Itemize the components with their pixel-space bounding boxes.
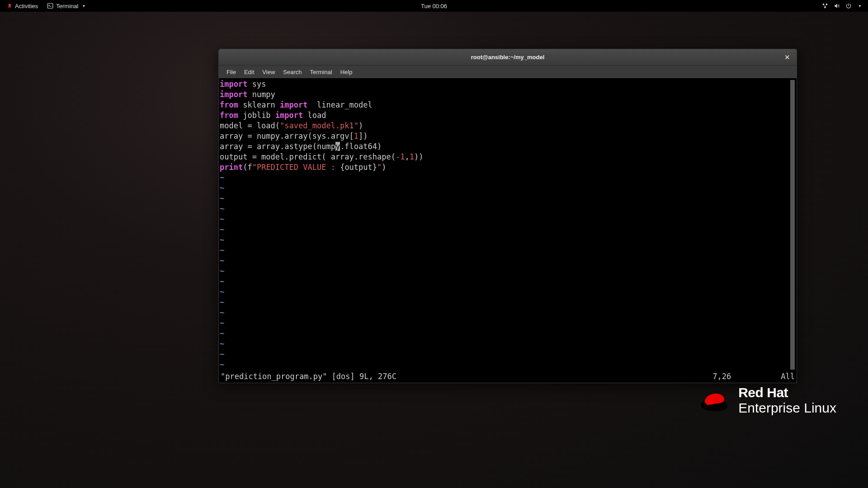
vim-tilde: ~ [220,225,224,234]
terminal-window: root@ansible:~/my_model ✕ File Edit View… [218,49,797,383]
code-keyword: from [220,111,238,120]
redhat-branding: Red Hat Enterprise Linux [698,385,836,416]
close-button[interactable]: ✕ [782,52,792,62]
chevron-down-icon: ▼ [82,4,85,8]
code-string: " [377,163,382,172]
code-text: model = load( [220,121,280,130]
vim-tilde: ~ [220,329,224,338]
code-text: output = model.predict( array.reshape( [220,152,396,161]
terminal-body[interactable]: import sys import numpy from sklearn imp… [219,78,797,371]
code-text: , [405,152,409,161]
code-keyword: from [220,100,238,109]
terminal-scrollbar[interactable] [790,80,795,370]
code-text: ) [359,121,363,130]
vim-tilde: ~ [220,277,224,286]
menu-search[interactable]: Search [279,67,306,77]
vim-tilde: ~ [220,339,224,348]
vim-tilde: ~ [220,204,224,213]
code-text: numpy [247,90,275,99]
vim-tilde: ~ [220,360,224,369]
redhat-line2: Enterprise Linux [738,400,836,416]
code-text: {output} [340,163,377,172]
code-text: ]) [359,131,368,141]
window-title: root@ansible:~/my_model [471,54,545,61]
vim-tilde: ~ [220,287,224,296]
code-string: "saved_model.pk1" [280,121,359,130]
redhat-text: Red Hat Enterprise Linux [738,385,836,416]
svg-rect-0 [47,4,53,9]
vim-status-position: 7,26 [712,371,731,382]
app-menu-label: Terminal [56,3,78,9]
vim-tilde: ~ [220,267,224,276]
code-text: array = numpy.array(sys.argv[ [220,131,354,141]
vim-tilde: ~ [220,194,224,203]
code-keyword: import [220,90,247,99]
menu-file[interactable]: File [222,67,240,77]
system-tray[interactable]: ▼ [822,3,865,9]
vim-tilde: ~ [220,173,224,182]
terminal-menubar: File Edit View Search Terminal Help [219,66,797,78]
power-icon [845,3,852,9]
vim-tilde: ~ [220,319,224,328]
code-text: sklearn [238,100,280,109]
gnome-topbar: Activities Terminal ▼ Tue 00:06 ▼ [0,0,868,12]
code-string: "PREDICTED VALUE : [252,163,340,172]
vim-tilde: ~ [220,298,224,307]
menu-terminal[interactable]: Terminal [306,67,336,77]
volume-icon [834,3,840,9]
vim-tilde: ~ [220,183,224,192]
code-number: 1 [410,152,414,161]
menu-edit[interactable]: Edit [240,67,258,77]
close-icon: ✕ [784,53,790,61]
code-number: -1 [396,152,405,161]
code-number: 1 [354,131,359,141]
fedora-icon [6,3,13,9]
vim-status-line: "prediction_program.py" [dos] 9L, 276C 7… [219,371,797,383]
code-keyword: import [275,111,303,120]
vim-tilde: ~ [220,235,224,244]
app-menu[interactable]: Terminal ▼ [43,2,89,10]
vim-tilde: ~ [220,308,224,317]
code-keyword: import [280,100,307,109]
code-text: (f [243,163,252,172]
topbar-left: Activities Terminal ▼ [3,2,89,10]
network-icon [822,3,828,9]
activities-button[interactable]: Activities [3,2,42,10]
redhat-line1: Red Hat [738,385,836,400]
window-titlebar[interactable]: root@ansible:~/my_model ✕ [219,49,797,66]
menu-help[interactable]: Help [336,67,357,77]
vim-status-view: All [781,371,795,382]
code-keyword: print [220,163,243,172]
vim-tilde: ~ [220,350,224,359]
code-text: load [303,111,326,120]
vim-tilde: ~ [220,256,224,265]
code-text: )) [414,152,423,161]
vim-tilde: ~ [220,246,224,255]
code-text: sys [247,80,266,89]
vim-buffer: import sys import numpy from sklearn imp… [219,79,790,371]
code-text: linear_model [308,100,373,109]
vim-status-file: "prediction_program.py" [dos] 9L, 276C [221,371,396,382]
code-text: ) [382,163,386,172]
terminal-icon [47,3,53,9]
code-text: joblib [238,111,275,120]
clock[interactable]: Tue 00:06 [421,3,447,9]
activities-label: Activities [15,3,38,9]
redhat-fedora-icon [698,389,730,412]
code-text: .float64) [340,142,382,151]
chevron-down-icon: ▼ [858,4,862,8]
vim-cursor: y [335,142,340,151]
vim-tilde: ~ [220,215,224,224]
code-text: array = array.astype(nump [220,142,335,151]
menu-view[interactable]: View [258,67,279,77]
code-keyword: import [220,80,247,89]
